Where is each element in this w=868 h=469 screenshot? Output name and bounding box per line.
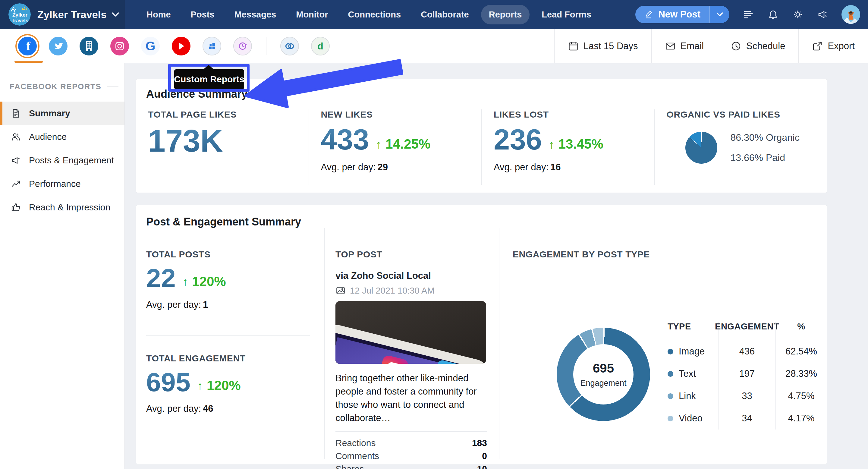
totals-column: TOTAL POSTS 22 ↑ 120% Avg. per day:1 TOT… xyxy=(136,228,324,459)
sidebar-item-posts-engagement[interactable]: Posts & Engagement xyxy=(0,149,124,172)
twitter-channel-icon[interactable] xyxy=(49,37,67,56)
document-icon xyxy=(11,108,21,119)
compose-pencil-icon xyxy=(644,10,653,19)
legend-organic: 86.30% Organic xyxy=(731,132,800,143)
nav-item-messages[interactable]: Messages xyxy=(227,5,284,24)
table-row-pct: 4.75% xyxy=(775,385,827,407)
active-channel-underline xyxy=(14,61,43,63)
sidebar-item-label: Performance xyxy=(29,179,81,189)
custom-reports-tooltip: Custom Reports xyxy=(174,69,244,89)
top-nav: Zylker Travels Zylker Travels Home Posts… xyxy=(0,0,868,29)
stat-row: Shares10 xyxy=(336,462,487,469)
donut-center-value: 695 xyxy=(593,361,614,376)
nav-item-connections[interactable]: Connections xyxy=(340,5,409,24)
list-lines-icon[interactable] xyxy=(743,9,754,20)
company-page-channel-icon[interactable] xyxy=(80,37,98,56)
column-header-engagement: ENGAGEMENT xyxy=(718,322,775,340)
gear-icon[interactable] xyxy=(792,9,804,20)
new-likes-avg: Avg. per day:29 xyxy=(321,162,482,173)
legend-paid: 13.66% Paid xyxy=(731,152,800,163)
series-dot xyxy=(668,371,673,377)
pie-legend: 86.30% Organic 13.66% Paid xyxy=(731,132,800,163)
sidebar-item-audience[interactable]: Audience xyxy=(0,125,124,149)
zoho-desk-channel-icon[interactable]: d xyxy=(311,37,330,56)
top-post-caption: Bring together other like-minded people … xyxy=(336,372,487,425)
metric-label: TOTAL POSTS xyxy=(146,249,310,259)
new-post-button[interactable]: New Post xyxy=(635,6,730,23)
likes-lost-card: LIKES LOST 236 ↑ 13.45% Avg. per day:16 xyxy=(481,110,654,185)
sidebar-item-performance[interactable]: Performance xyxy=(0,172,124,196)
series-dot xyxy=(668,349,673,354)
total-posts-avg: Avg. per day:1 xyxy=(146,299,310,310)
report-actions: Last 15 Days Email Schedule Export xyxy=(554,29,868,63)
sidebar-item-label: Summary xyxy=(29,108,70,119)
total-engagement-avg: Avg. per day:46 xyxy=(146,403,310,414)
stat-row: Reactions183 xyxy=(336,436,487,449)
megaphone-icon xyxy=(11,155,21,165)
sidebar-header-label: FACEBOOK REPORTS xyxy=(10,82,101,91)
column-header-percent: % xyxy=(775,322,827,340)
chevron-down-icon xyxy=(716,12,723,17)
top-post-via: via Zoho Social Local xyxy=(336,270,487,281)
email-button[interactable]: Email xyxy=(651,29,717,63)
total-engagement-value: 695 xyxy=(146,369,190,396)
engagement-by-type-column: ENGAGEMENT BY POST TYPE 695 Engagement T… xyxy=(499,228,827,459)
email-label: Email xyxy=(681,41,704,52)
sidebar-item-label: Audience xyxy=(29,132,67,142)
total-engagement-delta: ↑ 120% xyxy=(197,378,241,396)
brand-block[interactable]: Zylker Travels Zylker Travels xyxy=(0,0,125,29)
table-row-pct: 28.33% xyxy=(775,363,827,385)
nav-item-reports[interactable]: Reports xyxy=(481,5,530,24)
nav-item-posts[interactable]: Posts xyxy=(183,5,222,24)
new-likes-delta: ↑ 14.25% xyxy=(376,136,430,154)
metric-label: TOP POST xyxy=(336,249,487,259)
date-range-button[interactable]: Last 15 Days xyxy=(554,29,651,63)
sidebar-item-reach-impression[interactable]: Reach & Impression xyxy=(0,196,124,219)
table-row-type: Link xyxy=(668,385,718,407)
table-row-pct: 4.17% xyxy=(775,407,827,430)
svg-text:G: G xyxy=(146,39,156,53)
nav-item-collaborate[interactable]: Collaborate xyxy=(413,5,477,24)
top-post-photo[interactable] xyxy=(336,301,486,364)
organic-paid-pie-chart xyxy=(685,132,717,164)
total-posts-delta: ↑ 120% xyxy=(182,274,226,291)
nav-item-home[interactable]: Home xyxy=(138,5,179,24)
bell-icon[interactable] xyxy=(767,9,779,20)
likes-lost-value: 236 xyxy=(494,125,542,154)
schedule-label: Schedule xyxy=(746,41,785,52)
google-my-business-channel-icon[interactable]: G xyxy=(141,37,160,56)
nav-right-actions: New Post xyxy=(635,5,868,24)
youtube-channel-icon[interactable] xyxy=(172,37,190,56)
main-menu: Home Posts Messages Monitor Connections … xyxy=(138,5,599,24)
zoho-crm-channel-icon[interactable] xyxy=(280,37,299,56)
clock-icon xyxy=(731,41,741,52)
envelope-icon xyxy=(665,41,676,52)
new-post-dropdown[interactable] xyxy=(710,6,730,23)
facebook-channel-icon[interactable]: f xyxy=(18,37,37,56)
export-button[interactable]: Export xyxy=(798,29,868,63)
stat-row: Comments0 xyxy=(336,449,487,462)
megaphone-icon[interactable] xyxy=(817,9,828,20)
history-clock-icon[interactable] xyxy=(233,37,252,56)
nav-item-lead-forms[interactable]: Lead Forms xyxy=(534,5,599,24)
top-post-date-row: 12 Jul 2021 10:30 AM xyxy=(336,285,487,296)
table-row-type: Image xyxy=(668,340,718,363)
total-posts-value: 22 xyxy=(146,265,176,291)
report-main: Audience Summary TOTAL PAGE LIKES 173K N… xyxy=(125,63,868,469)
schedule-button[interactable]: Schedule xyxy=(717,29,798,63)
export-icon xyxy=(812,41,823,52)
post-engagement-card: Post & Engagement Summary TOTAL POSTS 22… xyxy=(135,205,827,464)
custom-reports-icon[interactable] xyxy=(203,37,221,56)
table-row-value: 197 xyxy=(718,363,775,385)
nav-item-monitor[interactable]: Monitor xyxy=(288,5,336,24)
metric-label: LIKES LOST xyxy=(494,110,654,120)
avatar[interactable] xyxy=(841,5,860,24)
sidebar-item-label: Posts & Engagement xyxy=(29,155,114,165)
new-post-label: New Post xyxy=(658,9,701,20)
facebook-reports-sidebar: FACEBOOK REPORTS Summary Audience Posts … xyxy=(0,63,125,469)
chevron-down-icon[interactable] xyxy=(112,12,119,17)
sidebar-item-summary[interactable]: Summary xyxy=(0,101,124,125)
instagram-channel-icon[interactable] xyxy=(110,37,129,56)
people-icon xyxy=(11,132,21,142)
svg-text:d: d xyxy=(317,41,323,52)
